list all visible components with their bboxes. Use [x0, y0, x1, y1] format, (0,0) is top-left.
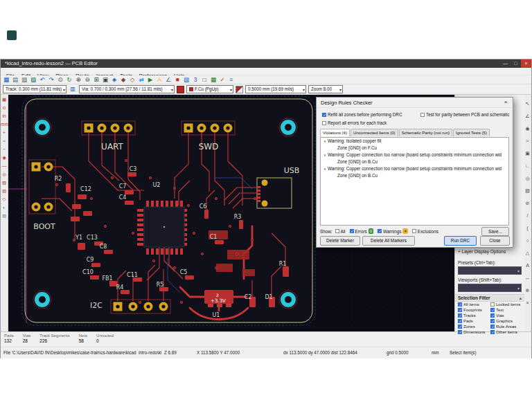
show-option[interactable]: Warnings 4 — [378, 228, 408, 234]
checkbox[interactable] — [458, 308, 462, 312]
selection-filter-option[interactable]: Locked items — [490, 302, 523, 307]
active-layer-icon[interactable]: ■ — [173, 75, 181, 84]
zone-fill-icon[interactable]: ▨ — [1, 179, 8, 186]
layer-pair-icon[interactable] — [236, 86, 243, 93]
violation-row[interactable]: ∨Warning: Copper connection too narrow (… — [321, 165, 508, 172]
delete-all-markers-button[interactable]: Delete All Markers — [362, 236, 415, 246]
selection-filter-option[interactable]: Tracks — [458, 313, 490, 318]
checkbox[interactable] — [412, 229, 416, 233]
minimize-icon[interactable]: — — [500, 60, 511, 68]
auto-track-width-icon[interactable]: ▥ — [69, 85, 77, 93]
selection-filter-option[interactable]: Dimensions — [458, 330, 490, 334]
dimension-icon[interactable]: ↔ — [524, 275, 531, 282]
view3d-icon[interactable]: 3 — [191, 75, 200, 84]
checkbox[interactable] — [458, 313, 462, 318]
keepout-icon[interactable]: ⊘ — [524, 200, 531, 207]
redo-icon[interactable]: ↷ — [47, 75, 55, 84]
zoom-fit-icon[interactable]: ⊞ — [92, 75, 100, 84]
expander-icon[interactable]: ∨ — [323, 153, 326, 157]
selection-filter-header[interactable]: Selection Filter▴ — [455, 294, 524, 302]
run-drc-button[interactable]: Run DRC — [444, 236, 477, 246]
draw-polygon-icon[interactable]: △ — [524, 250, 531, 257]
checkbox[interactable] — [322, 121, 326, 125]
selection-filter-option[interactable]: Graphics — [490, 319, 523, 323]
refresh-icon[interactable]: ↻ — [65, 75, 73, 84]
drc-tab[interactable]: Schematic Parity (not run) — [399, 129, 452, 136]
checkbox[interactable] — [458, 319, 462, 323]
checkbox[interactable] — [490, 308, 495, 312]
violation-detail[interactable]: Zone [GND] on B.Cu — [321, 172, 508, 179]
parity-test-option[interactable]: Test for parity between PCB and schemati… — [420, 112, 509, 117]
units-inches-icon[interactable]: in — [1, 113, 8, 120]
ratsnest-curved-icon[interactable]: ~ — [1, 146, 8, 153]
show-option[interactable]: All — [335, 229, 346, 234]
checkbox[interactable] — [458, 330, 462, 334]
grid-toggle-icon[interactable]: ▦ — [1, 96, 8, 103]
presets-select[interactable] — [458, 266, 522, 275]
via-size-select[interactable]: Via: 0.700 / 0.300 mm (27.56 / 11.81 mil… — [79, 85, 175, 93]
footprint-editor-icon[interactable]: ◆ — [119, 75, 127, 84]
save-icon[interactable]: ▦ — [2, 75, 10, 84]
measure-icon[interactable]: ∠ — [164, 75, 172, 84]
viewports-select[interactable] — [458, 284, 522, 292]
undo-icon[interactable]: ↶ — [38, 75, 46, 84]
high-contrast-icon[interactable]: ◐ — [1, 204, 8, 211]
refill-zones-option[interactable]: Refill all zones before performing DRC — [322, 112, 402, 117]
checkbox[interactable] — [420, 113, 425, 117]
find-icon[interactable]: ⊙ — [56, 75, 64, 84]
checkbox[interactable] — [490, 330, 495, 334]
selection-filter-option[interactable]: Pads — [458, 319, 490, 323]
pad-outline-icon[interactable]: ◇ — [1, 196, 8, 203]
draw-line-icon[interactable]: / — [524, 212, 531, 219]
checkbox[interactable] — [490, 319, 495, 323]
zoom-objects-icon[interactable]: ▣ — [101, 75, 109, 84]
units-mm-icon[interactable]: mm — [1, 121, 8, 128]
drc-tab[interactable]: Violations (4) — [320, 129, 350, 136]
expander-icon[interactable]: ∨ — [323, 139, 326, 143]
violation-row[interactable]: ∨Warning: Isolated copper fill — [321, 138, 508, 145]
selection-filter-option[interactable]: Rule Areas — [490, 325, 523, 329]
zoom-in-icon[interactable]: ⊕ — [74, 75, 82, 84]
selection-filter-option[interactable]: Text — [490, 308, 523, 312]
desktop-icon[interactable] — [7, 30, 17, 40]
checkbox[interactable] — [458, 325, 462, 329]
add-footprint-icon[interactable]: ▣ — [524, 150, 531, 157]
checkbox[interactable] — [378, 229, 382, 233]
cursor-shape-icon[interactable]: + — [1, 129, 8, 136]
maximize-icon[interactable]: □ — [511, 60, 521, 68]
monitor-icon[interactable]: □ — [200, 75, 209, 84]
via-outline-icon[interactable]: ◎ — [1, 171, 8, 178]
close-button[interactable]: Close — [480, 236, 510, 246]
highlight-net-icon[interactable]: ◉ — [524, 125, 531, 132]
checkbox[interactable] — [490, 325, 495, 329]
grid-select[interactable]: 0.5000 mm (19.69 mils) — [245, 85, 306, 93]
add-zone-icon[interactable]: ▧ — [524, 188, 531, 194]
grid-settings-icon[interactable]: ▦ — [209, 75, 218, 84]
violations-list[interactable]: ∨Warning: Isolated copper fill Zone [GND… — [320, 137, 509, 226]
close-icon[interactable]: × — [521, 60, 531, 68]
layer-pair-icon[interactable]: ▨ — [182, 75, 190, 84]
zoom-select[interactable]: Zoom 8.00 — [308, 85, 343, 93]
violation-detail[interactable]: Zone [GND] on F.Cu — [321, 145, 508, 152]
print-icon[interactable]: ▥ — [20, 75, 28, 84]
page-settings-icon[interactable]: ▤ — [11, 75, 19, 84]
net-highlight-icon[interactable]: ◉ — [1, 154, 8, 161]
violation-row[interactable]: ∨Warning: Copper connection too narrow (… — [321, 152, 508, 158]
drc-icon[interactable]: ✓ — [218, 75, 227, 84]
checkbox[interactable] — [490, 313, 495, 318]
add-via-icon[interactable]: ◎ — [524, 175, 531, 182]
polar-coords-icon[interactable]: ⊙ — [1, 104, 8, 111]
save-report-button[interactable]: Save... — [481, 227, 509, 236]
plot-icon[interactable]: ▧ — [29, 75, 37, 84]
layer-display-options[interactable]: + Layer Display Options — [458, 249, 506, 254]
show-option[interactable]: Errors 0 — [350, 228, 374, 234]
zoom-out-icon[interactable]: ⊖ — [83, 75, 91, 84]
checkbox[interactable] — [350, 229, 354, 233]
update-pcb-icon[interactable]: ⇄ — [137, 75, 145, 84]
draw-arc-icon[interactable]: ( — [524, 225, 531, 232]
selection-filter-option[interactable]: Footprints — [458, 308, 490, 312]
footprint-library-icon[interactable]: ◇ — [128, 75, 136, 84]
dialog-close-icon[interactable]: × — [502, 99, 510, 107]
origin-icon[interactable]: ⊕ — [524, 287, 531, 294]
track-outline-icon[interactable]: — — [1, 163, 8, 170]
